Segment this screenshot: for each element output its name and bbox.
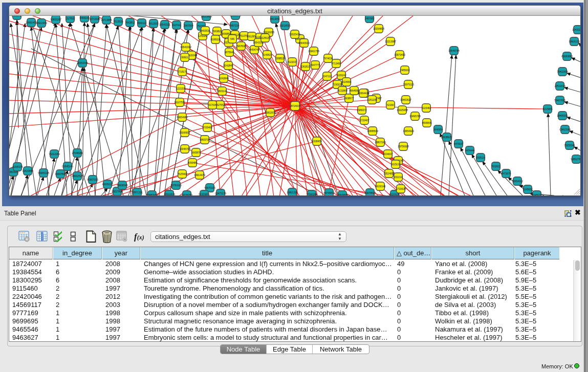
svg-text:7632621: 7632621 [491, 165, 501, 168]
svg-text:1720407: 1720407 [360, 119, 369, 122]
svg-text:1640954: 1640954 [433, 128, 443, 131]
svg-text:13975115: 13975115 [403, 83, 413, 86]
svg-text:73763116: 73763116 [170, 184, 181, 187]
svg-text:546: 546 [230, 37, 234, 40]
svg-text:13524851: 13524851 [383, 172, 395, 175]
svg-text:9245032: 9245032 [532, 193, 542, 195]
svg-text:75255341: 75255341 [564, 144, 575, 147]
svg-text:4131869: 4131869 [338, 89, 347, 92]
svg-text:7663822: 7663822 [212, 30, 222, 33]
svg-text:57871331: 57871331 [132, 191, 143, 194]
svg-text:4493534: 4493534 [201, 29, 210, 32]
svg-text:00978820: 00978820 [364, 191, 376, 194]
svg-text:7857234: 7857234 [230, 24, 239, 27]
svg-text:14130141: 14130141 [375, 185, 386, 188]
svg-text:3226025: 3226025 [260, 36, 270, 39]
svg-text:7190229: 7190229 [333, 83, 342, 86]
svg-text:7515526: 7515526 [114, 20, 123, 23]
svg-text:9242848: 9242848 [219, 77, 229, 80]
svg-text:8938923: 8938923 [442, 136, 452, 139]
svg-text:13495768: 13495768 [409, 115, 421, 118]
svg-text:1024994: 1024994 [342, 80, 352, 83]
svg-text:19654982: 19654982 [177, 116, 188, 119]
svg-text:7663812: 7663812 [125, 21, 135, 24]
svg-text:03413164: 03413164 [559, 128, 571, 131]
svg-text:14055724: 14055724 [11, 16, 23, 17]
svg-text:18807249: 18807249 [375, 141, 386, 144]
svg-text:48932528: 48932528 [72, 174, 83, 178]
svg-text:80957015: 80957015 [87, 178, 98, 181]
svg-text:14914479: 14914479 [194, 173, 205, 177]
svg-text:19166827: 19166827 [179, 131, 190, 134]
svg-text:8699695: 8699695 [422, 121, 432, 124]
svg-text:1338455: 1338455 [312, 140, 322, 143]
svg-text:16713855: 16713855 [101, 18, 112, 21]
svg-text:8322037: 8322037 [288, 60, 297, 63]
svg-text:89083863: 89083863 [561, 55, 573, 58]
svg-text:10719185: 10719185 [89, 17, 100, 20]
svg-text:20053346: 20053346 [77, 61, 88, 64]
svg-text:1327602: 1327602 [66, 17, 75, 20]
svg-text:18495931: 18495931 [557, 114, 568, 117]
svg-text:89638346: 89638346 [117, 184, 128, 187]
svg-text:10973493: 10973493 [394, 53, 405, 56]
svg-text:417006: 417006 [208, 103, 216, 106]
svg-text:16033809: 16033809 [201, 16, 212, 18]
svg-text:8454749: 8454749 [250, 48, 259, 51]
svg-text:19600133: 19600133 [569, 40, 580, 43]
svg-text:1615132: 1615132 [391, 163, 401, 166]
svg-text:27048281: 27048281 [72, 151, 83, 155]
svg-text:77360260: 77360260 [306, 193, 317, 195]
svg-text:2718176: 2718176 [178, 70, 187, 73]
svg-text:1665876: 1665876 [191, 151, 201, 154]
svg-text:10310518: 10310518 [164, 193, 175, 195]
svg-text:8893734: 8893734 [200, 138, 210, 141]
svg-text:9474444: 9474444 [465, 149, 475, 152]
svg-text:6183242: 6183242 [337, 74, 346, 77]
svg-text:8186328: 8186328 [211, 38, 221, 41]
svg-text:7974034: 7974034 [323, 57, 333, 60]
svg-text:9327411: 9327411 [172, 24, 182, 27]
svg-text:50983930: 50983930 [146, 193, 158, 195]
svg-text:2047116: 2047116 [322, 75, 332, 78]
svg-text:8813054: 8813054 [270, 17, 280, 20]
svg-text:0947775: 0947775 [311, 63, 320, 67]
svg-text:10801326: 10801326 [287, 191, 298, 194]
svg-text:9242845: 9242845 [224, 64, 233, 67]
svg-text:41395376: 41395376 [12, 165, 23, 168]
svg-text:18724007: 18724007 [290, 104, 301, 107]
svg-text:13226058: 13226058 [263, 31, 274, 34]
svg-text:16543392: 16543392 [180, 46, 191, 49]
svg-text:18227824: 18227824 [112, 190, 123, 193]
svg-text:19218506: 19218506 [279, 24, 291, 27]
svg-text:12213987: 12213987 [385, 40, 396, 43]
svg-text:10154808: 10154808 [373, 27, 384, 30]
svg-text:2487682: 2487682 [365, 17, 375, 20]
svg-text:16543321: 16543321 [159, 23, 170, 26]
svg-text:10433218: 10433218 [572, 28, 581, 31]
svg-text:20553341: 20553341 [230, 16, 241, 17]
svg-text:16697848: 16697848 [55, 172, 66, 176]
svg-text:1588520: 1588520 [275, 57, 285, 60]
svg-text:2935114: 2935114 [476, 156, 486, 159]
svg-text:1362615: 1362615 [301, 65, 311, 68]
svg-text:2967500: 2967500 [184, 24, 193, 27]
svg-text:10653267: 10653267 [50, 18, 61, 21]
svg-text:19302673: 19302673 [265, 111, 276, 114]
svg-text:6479197: 6479197 [454, 142, 464, 145]
svg-text:15640910: 15640910 [298, 41, 310, 45]
svg-text:8912933: 8912933 [149, 22, 159, 25]
svg-text:8215955: 8215955 [543, 107, 553, 111]
svg-text:9115460: 9115460 [422, 106, 431, 110]
svg-text:7625402: 7625402 [178, 172, 187, 176]
svg-text:16910453: 16910453 [36, 21, 47, 25]
svg-text:64746872: 64746872 [323, 191, 335, 194]
svg-text:56670106: 56670106 [204, 186, 215, 189]
svg-text:4713493: 4713493 [332, 62, 341, 65]
svg-text:3875645: 3875645 [225, 51, 234, 54]
svg-text:7485063: 7485063 [400, 69, 410, 72]
svg-text:3281206: 3281206 [367, 98, 377, 101]
svg-text:96965328: 96965328 [38, 171, 49, 174]
svg-text:23511615: 23511615 [554, 84, 565, 87]
svg-text:71012269: 71012269 [49, 152, 60, 156]
